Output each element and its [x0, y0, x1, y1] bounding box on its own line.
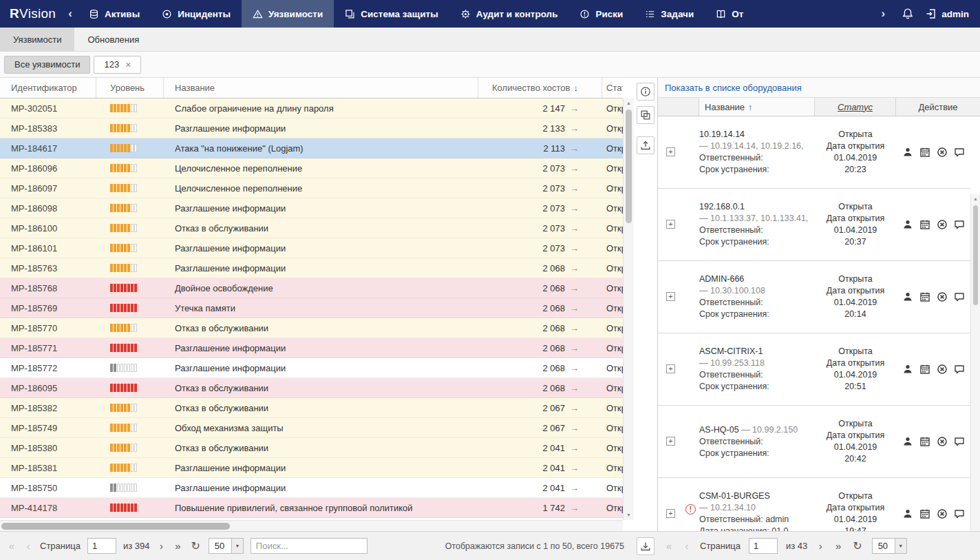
hosts-link-icon[interactable]: →: [570, 203, 579, 214]
expand-button[interactable]: +: [666, 364, 675, 373]
col-header-equipment-name[interactable]: Название ↑: [699, 98, 815, 116]
last-page-button[interactable]: »: [833, 540, 843, 552]
scroll-up-icon[interactable]: ▲: [624, 98, 634, 108]
page-number-input[interactable]: [87, 538, 116, 554]
hosts-link-icon[interactable]: →: [570, 303, 579, 313]
equipment-row[interactable]: + 192.168.0.1 — 10.1.133.37, 10.1.133.41…: [658, 189, 970, 261]
comment-button[interactable]: [952, 218, 966, 231]
nav-item-vulnerabilities[interactable]: Уязвимости: [242, 0, 334, 28]
nav-item-risks[interactable]: Риски: [568, 0, 634, 28]
tab-updates[interactable]: Обновления: [74, 28, 152, 51]
set-deadline-button[interactable]: [918, 435, 932, 448]
vuln-table-row[interactable]: MP-186096 Целочисленное переполнение 2 0…: [0, 158, 623, 178]
page-size-select[interactable]: 50 ▼: [872, 538, 907, 554]
hosts-link-icon[interactable]: →: [570, 423, 579, 433]
hosts-link-icon[interactable]: →: [570, 403, 579, 413]
col-header-level[interactable]: Уровень: [96, 78, 164, 98]
page-size-select[interactable]: 50 ▼: [209, 538, 244, 554]
expand-button[interactable]: +: [666, 292, 675, 301]
page-number-input[interactable]: [749, 538, 778, 554]
expand-button[interactable]: +: [666, 437, 675, 446]
expand-button[interactable]: +: [666, 147, 675, 156]
vuln-table-hscrollbar[interactable]: [0, 520, 623, 531]
hosts-link-icon[interactable]: →: [570, 183, 579, 194]
comment-button[interactable]: [952, 145, 966, 159]
col-header-status[interactable]: Статус: [602, 78, 623, 98]
next-page-button[interactable]: ›: [156, 540, 166, 552]
vuln-table-row[interactable]: MP-186098 Разглашение информации 2 073 →…: [0, 198, 623, 218]
comment-button[interactable]: [952, 507, 966, 521]
col-header-name[interactable]: Название: [164, 78, 478, 98]
col-header-id[interactable]: Идентификатор: [0, 78, 96, 98]
refresh-icon[interactable]: ↻: [851, 539, 863, 552]
set-deadline-button[interactable]: [918, 145, 932, 159]
vuln-table-row[interactable]: MP-186095 Отказ в обслуживании 2 068 → О…: [0, 378, 623, 398]
equipment-row[interactable]: + ! CSM-01-BURGES — 10.21.34.10 Ответств…: [658, 478, 970, 531]
vuln-table-row[interactable]: MP-185763 Разглашение информации 2 068 →…: [0, 258, 623, 278]
set-deadline-button[interactable]: [918, 218, 932, 231]
bell-icon[interactable]: [902, 8, 914, 20]
hosts-link-icon[interactable]: →: [570, 383, 579, 393]
hosts-link-icon[interactable]: →: [570, 263, 579, 273]
close-icon[interactable]: ×: [125, 59, 131, 70]
close-vulnerability-button[interactable]: [935, 362, 949, 376]
equipment-row[interactable]: + AS-HQ-05 — 10.99.2.150 Ответственный: …: [658, 406, 970, 478]
assign-user-button[interactable]: [901, 507, 915, 521]
assign-user-button[interactable]: [901, 290, 915, 304]
col-header-equipment-status[interactable]: Статус: [815, 98, 896, 116]
prev-page-button[interactable]: ‹: [23, 540, 33, 552]
nav-item-audit[interactable]: Аудит и контроль: [449, 0, 569, 28]
close-vulnerability-button[interactable]: [935, 507, 949, 521]
equipment-row[interactable]: + ASCM-CITRIX-1 — 10.99.253.118 Ответств…: [658, 333, 970, 406]
set-deadline-button[interactable]: [918, 362, 932, 376]
nav-item-assets[interactable]: Активы: [78, 0, 151, 28]
vuln-table-row[interactable]: MP-186097 Целочисленное переполнение 2 0…: [0, 178, 623, 198]
hosts-link-icon[interactable]: →: [570, 123, 579, 134]
vuln-table-row[interactable]: MP-185749 Обход механизма защиты 2 067 →…: [0, 418, 623, 438]
comment-button[interactable]: [952, 290, 966, 304]
equipment-row[interactable]: + 10.19.14.14 — 10.19.14.14, 10.19.2.16,…: [658, 116, 970, 189]
set-deadline-button[interactable]: [918, 290, 932, 304]
scrollbar-thumb[interactable]: [626, 110, 632, 223]
prev-page-button[interactable]: ‹: [682, 540, 692, 552]
hosts-link-icon[interactable]: →: [570, 323, 579, 333]
vuln-table-row[interactable]: MP-185770 Отказ в обслуживании 2 068 → О…: [0, 318, 623, 338]
scroll-up-icon[interactable]: ▲: [971, 194, 980, 204]
refresh-icon[interactable]: ↻: [189, 539, 201, 552]
comment-button[interactable]: [952, 362, 966, 376]
first-page-button[interactable]: «: [7, 540, 17, 552]
vuln-table-row[interactable]: MP-185772 Разглашение информации 2 068 →…: [0, 358, 623, 378]
filter-tab-all[interactable]: Все уязвимости: [4, 56, 90, 74]
vuln-table-row[interactable]: MP-185750 Разглашение информации 2 041 →…: [0, 478, 623, 498]
vuln-table-row[interactable]: MP-186101 Разглашение информации 2 073 →…: [0, 238, 623, 258]
assign-user-button[interactable]: [901, 362, 915, 376]
nav-item-tasks[interactable]: Задачи: [634, 0, 705, 28]
last-page-button[interactable]: »: [173, 540, 182, 552]
nav-item-incidents[interactable]: Инциденты: [151, 0, 242, 28]
equipment-row[interactable]: + ADMIN-666 — 10.30.100.108 Ответственны…: [658, 261, 970, 333]
close-vulnerability-button[interactable]: [935, 145, 949, 159]
expand-button[interactable]: +: [666, 509, 675, 518]
assign-user-button[interactable]: [901, 145, 915, 159]
assign-user-button[interactable]: [901, 218, 915, 231]
equipment-table-scrollbar[interactable]: ▲ ▼: [970, 194, 980, 560]
next-page-button[interactable]: ›: [816, 540, 825, 552]
vuln-table-row[interactable]: MP-185380 Отказ в обслуживании 2 041 → О…: [0, 438, 623, 458]
vuln-table-row[interactable]: MP-185383 Разглашение информации 2 133 →…: [0, 118, 623, 138]
comment-button[interactable]: [952, 435, 966, 448]
vuln-table-row[interactable]: MP-185381 Разглашение информации 2 041 →…: [0, 458, 623, 478]
vuln-table-row[interactable]: MP-414178 Повышение привилегий, связанно…: [0, 498, 623, 518]
filter-tab-custom[interactable]: 123 ×: [94, 56, 141, 74]
expand-button[interactable]: +: [666, 220, 675, 229]
col-header-hosts[interactable]: Количество хостов ↓: [478, 78, 602, 98]
first-page-button[interactable]: «: [664, 540, 674, 552]
set-deadline-button[interactable]: [918, 507, 932, 521]
vuln-table-row[interactable]: MP-185769 Утечка памяти 2 068 → Открыта: [0, 298, 623, 318]
hosts-link-icon[interactable]: →: [570, 243, 579, 253]
search-input[interactable]: [251, 538, 368, 554]
show-in-equipment-list-link[interactable]: Показать в списке оборудования: [665, 83, 802, 93]
nav-scroll-left-icon[interactable]: ‹: [63, 7, 78, 21]
assign-user-button[interactable]: [901, 435, 915, 448]
vuln-table-row[interactable]: MP-185768 Двойное освобождение 2 068 → О…: [0, 278, 623, 298]
nav-item-defense-system[interactable]: Система защиты: [334, 0, 449, 28]
